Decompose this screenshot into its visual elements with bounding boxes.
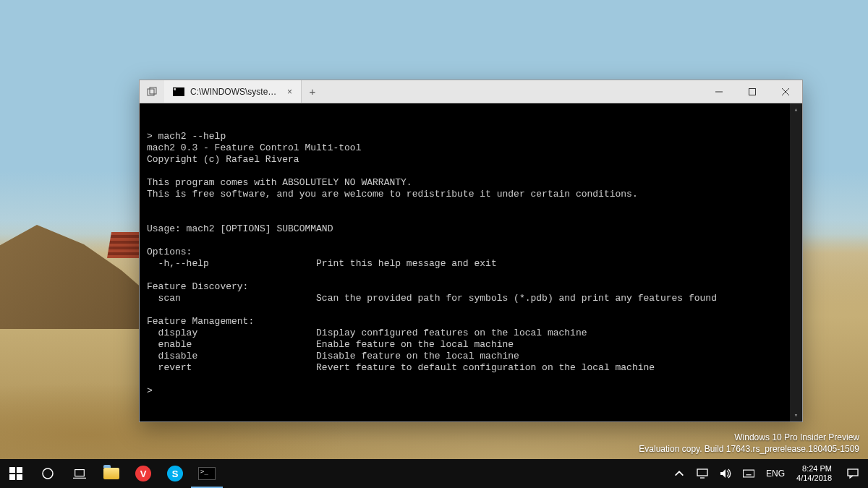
watermark-line1: Windows 10 Pro Insider Preview xyxy=(639,432,859,443)
scrollbar[interactable]: ▴ ▾ xyxy=(790,103,802,421)
taskbar-app-vivaldi[interactable]: V xyxy=(127,459,159,488)
maximize-button[interactable] xyxy=(736,80,769,103)
tray-time: 8:24 PM xyxy=(796,464,832,474)
svg-rect-3 xyxy=(749,88,756,95)
scroll-thumb[interactable] xyxy=(790,116,802,409)
taskbar-right: ENG 8:24 PM 4/14/2018 xyxy=(668,459,868,488)
svg-marker-15 xyxy=(720,469,726,478)
minimize-button[interactable] xyxy=(702,80,736,103)
window-titlebar[interactable]: C:\WINDOWS\system3 × + xyxy=(140,80,802,103)
taskbar-left: V S xyxy=(0,459,223,488)
close-button[interactable] xyxy=(769,80,802,103)
terminal-body[interactable]: > mach2 --help mach2 0.3 - Feature Contr… xyxy=(140,103,802,421)
scroll-up-icon[interactable]: ▴ xyxy=(790,103,802,116)
desktop-watermark: Windows 10 Pro Insider Preview Evaluatio… xyxy=(639,432,859,455)
svg-rect-1 xyxy=(150,87,156,94)
svg-rect-13 xyxy=(697,469,707,476)
tray-clock[interactable]: 8:24 PM 4/14/2018 xyxy=(791,459,838,488)
terminal-window: C:\WINDOWS\system3 × + > mach2 --help ma… xyxy=(139,80,803,422)
window-controls xyxy=(702,80,802,103)
svg-point-10 xyxy=(43,468,53,479)
tab-close-button[interactable]: × xyxy=(286,87,294,97)
svg-rect-16 xyxy=(743,470,754,477)
skype-icon: S xyxy=(167,466,183,481)
cascade-icon[interactable] xyxy=(140,80,164,103)
svg-rect-9 xyxy=(17,474,22,480)
svg-rect-8 xyxy=(9,474,15,480)
tray-language[interactable]: ENG xyxy=(760,459,791,488)
watermark-line2: Evaluation copy. Build 17643.rs_prerelea… xyxy=(639,443,859,455)
file-explorer-icon xyxy=(103,468,119,479)
tray-volume-icon[interactable] xyxy=(714,459,737,488)
tray-overflow-button[interactable] xyxy=(668,459,691,488)
terminal-output: > mach2 --help mach2 0.3 - Feature Contr… xyxy=(147,131,795,397)
svg-rect-22 xyxy=(848,469,858,476)
task-view-button[interactable] xyxy=(64,459,95,488)
cmd-taskbar-icon xyxy=(198,467,216,480)
taskbar-app-cmd[interactable] xyxy=(191,459,223,488)
scroll-down-icon[interactable]: ▾ xyxy=(790,409,802,421)
svg-rect-7 xyxy=(17,467,22,473)
tray-display-icon[interactable] xyxy=(691,459,714,488)
start-button[interactable] xyxy=(0,459,32,488)
tray-date: 4/14/2018 xyxy=(796,474,832,483)
titlebar-left: C:\WINDOWS\system3 × + xyxy=(140,80,702,103)
tab-cmd[interactable]: C:\WINDOWS\system3 × xyxy=(164,80,302,103)
action-center-button[interactable] xyxy=(838,459,868,488)
svg-rect-0 xyxy=(148,89,154,95)
vivaldi-icon: V xyxy=(135,466,151,481)
cortana-button[interactable] xyxy=(32,459,64,488)
taskbar: V S ENG 8:24 PM 4/14/2018 xyxy=(0,459,868,488)
taskbar-app-skype[interactable]: S xyxy=(159,459,191,488)
svg-rect-11 xyxy=(75,470,85,476)
taskbar-app-explorer[interactable] xyxy=(95,459,127,488)
svg-rect-6 xyxy=(9,467,15,473)
cmd-icon xyxy=(173,87,184,96)
tab-title: C:\WINDOWS\system3 xyxy=(190,87,280,97)
tray-keyboard-icon[interactable] xyxy=(737,459,760,488)
new-tab-button[interactable]: + xyxy=(302,80,323,103)
